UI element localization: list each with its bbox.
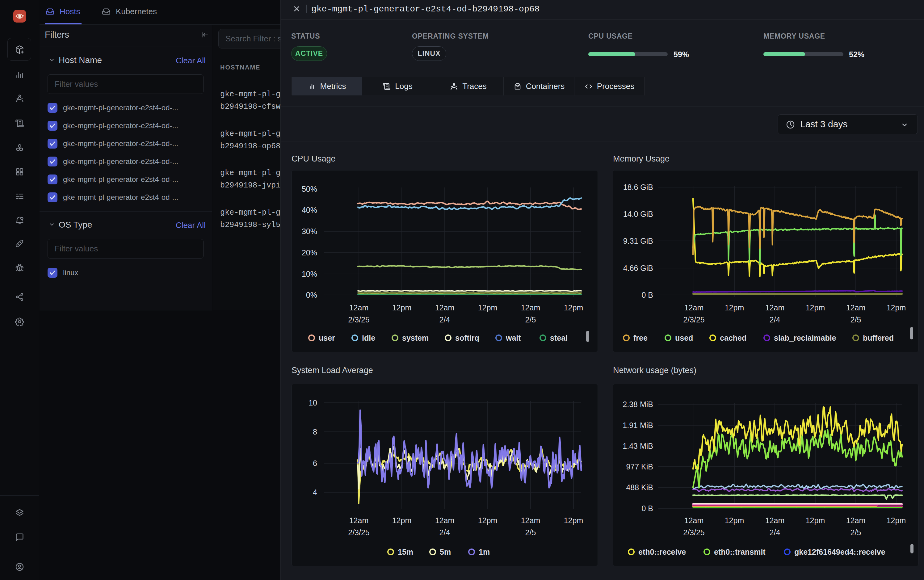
svg-text:idle: idle xyxy=(362,334,375,342)
svg-text:2/5: 2/5 xyxy=(525,528,536,537)
svg-text:18.6 GiB: 18.6 GiB xyxy=(623,183,653,191)
svg-text:12pm: 12pm xyxy=(806,303,825,312)
svg-text:9.31 GiB: 9.31 GiB xyxy=(623,237,653,245)
svg-text:steal: steal xyxy=(550,334,568,342)
svg-text:12am: 12am xyxy=(521,516,540,525)
svg-text:12pm: 12pm xyxy=(564,303,583,312)
svg-text:40%: 40% xyxy=(302,206,317,214)
svg-text:10%: 10% xyxy=(302,270,317,278)
svg-text:12am: 12am xyxy=(349,303,369,312)
svg-text:12am: 12am xyxy=(684,303,704,312)
svg-text:12am: 12am xyxy=(435,516,455,525)
svg-text:2/3/25: 2/3/25 xyxy=(683,315,705,324)
svg-text:2/3/25: 2/3/25 xyxy=(348,315,370,324)
svg-text:4: 4 xyxy=(313,488,317,497)
svg-text:0%: 0% xyxy=(306,291,317,299)
svg-text:free: free xyxy=(633,334,647,342)
svg-text:12am: 12am xyxy=(765,303,785,312)
svg-text:12pm: 12pm xyxy=(725,516,744,525)
svg-text:used: used xyxy=(675,334,693,342)
svg-text:12pm: 12pm xyxy=(564,516,583,525)
svg-text:gke12f61649ed4::receive: gke12f61649ed4::receive xyxy=(794,547,885,556)
svg-text:eth0::transmit: eth0::transmit xyxy=(714,547,766,556)
svg-text:2/5: 2/5 xyxy=(850,315,861,324)
svg-text:12pm: 12pm xyxy=(725,303,744,312)
svg-text:2/3/25: 2/3/25 xyxy=(683,528,705,537)
svg-text:12am: 12am xyxy=(684,516,704,525)
svg-text:50%: 50% xyxy=(302,185,317,193)
svg-text:12pm: 12pm xyxy=(478,516,497,525)
svg-text:12am: 12am xyxy=(846,516,866,525)
svg-text:system: system xyxy=(402,334,429,342)
svg-text:2/3/25: 2/3/25 xyxy=(348,528,370,537)
svg-text:12am: 12am xyxy=(435,303,455,312)
svg-text:0 B: 0 B xyxy=(641,291,653,299)
svg-text:12pm: 12pm xyxy=(478,303,497,312)
svg-text:12pm: 12pm xyxy=(806,516,825,525)
svg-text:0 B: 0 B xyxy=(641,504,653,512)
svg-text:user: user xyxy=(319,334,335,342)
svg-text:1.91 MiB: 1.91 MiB xyxy=(623,421,653,430)
svg-text:12pm: 12pm xyxy=(887,516,906,525)
svg-text:2/4: 2/4 xyxy=(769,315,781,324)
svg-text:977 KiB: 977 KiB xyxy=(626,462,653,471)
svg-text:12pm: 12pm xyxy=(887,303,906,312)
svg-text:2/4: 2/4 xyxy=(769,528,781,537)
svg-text:2.38 MiB: 2.38 MiB xyxy=(623,400,653,409)
svg-text:wait: wait xyxy=(506,334,521,342)
svg-text:slab_reclaimable: slab_reclaimable xyxy=(774,334,836,342)
svg-text:1.43 MiB: 1.43 MiB xyxy=(623,442,653,450)
svg-text:2/4: 2/4 xyxy=(440,315,450,324)
svg-text:6: 6 xyxy=(313,459,317,468)
svg-text:488 KiB: 488 KiB xyxy=(626,483,653,492)
svg-text:5m: 5m xyxy=(440,547,451,556)
svg-text:12am: 12am xyxy=(765,516,785,525)
svg-text:1m: 1m xyxy=(479,547,490,556)
svg-text:12am: 12am xyxy=(349,516,369,525)
svg-text:cached: cached xyxy=(720,334,746,342)
svg-text:buffered: buffered xyxy=(863,334,894,342)
svg-text:12pm: 12pm xyxy=(392,303,412,312)
svg-text:30%: 30% xyxy=(302,227,317,236)
svg-text:2/4: 2/4 xyxy=(440,528,450,537)
svg-text:15m: 15m xyxy=(398,547,413,556)
svg-text:12pm: 12pm xyxy=(392,516,412,525)
svg-text:2/5: 2/5 xyxy=(850,528,861,537)
svg-text:12am: 12am xyxy=(521,303,540,312)
svg-text:eth0::receive: eth0::receive xyxy=(638,547,686,556)
svg-text:20%: 20% xyxy=(302,248,317,257)
svg-text:8: 8 xyxy=(313,427,317,436)
svg-text:12am: 12am xyxy=(846,303,866,312)
svg-text:softirq: softirq xyxy=(455,334,479,342)
svg-text:10: 10 xyxy=(308,399,317,407)
svg-text:2/5: 2/5 xyxy=(525,315,536,324)
svg-text:14.0 GiB: 14.0 GiB xyxy=(623,210,653,218)
svg-text:4.66 GiB: 4.66 GiB xyxy=(623,264,653,272)
